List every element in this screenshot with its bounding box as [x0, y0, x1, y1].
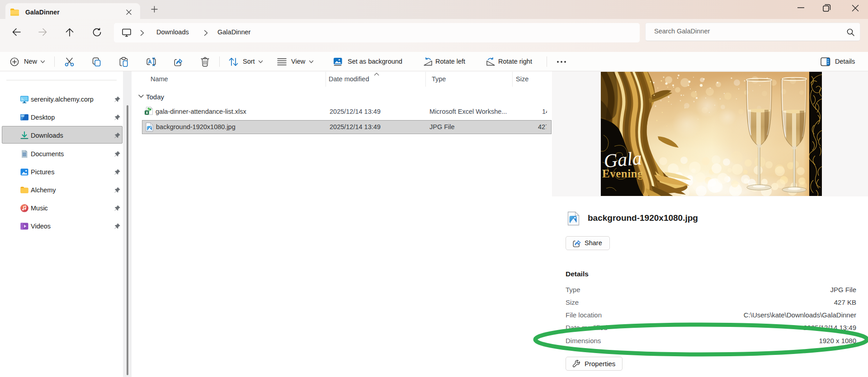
svg-text:Evening: Evening — [602, 168, 643, 180]
